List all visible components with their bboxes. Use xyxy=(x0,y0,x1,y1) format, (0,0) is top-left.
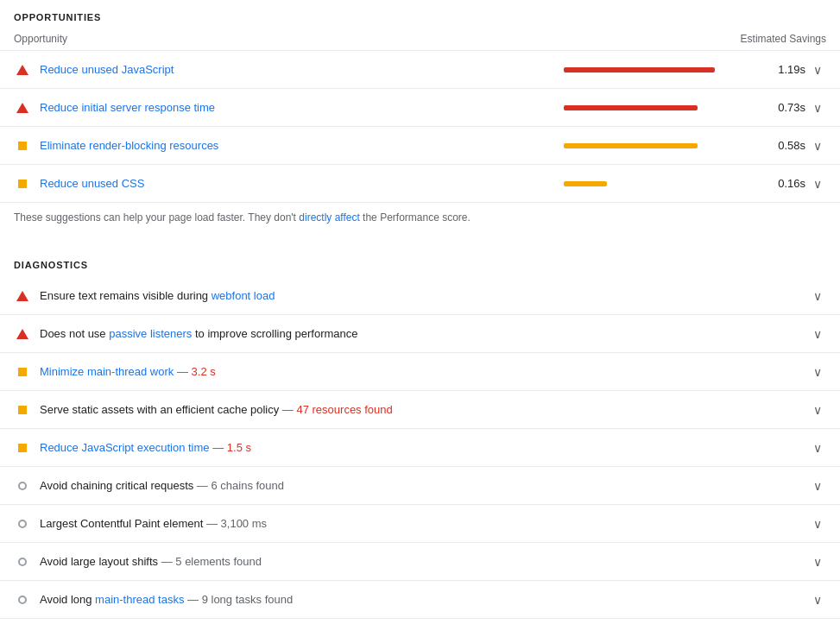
diagnostic-label: Avoid chaining critical requests — 6 cha… xyxy=(40,479,805,492)
diagnostic-label: Ensure text remains visible during webfo… xyxy=(40,289,805,302)
chevron-down-icon[interactable]: ∨ xyxy=(809,289,826,303)
square-orange-icon xyxy=(14,142,31,150)
chevron-down-icon[interactable]: ∨ xyxy=(809,593,826,607)
savings-value: 0.73s xyxy=(754,101,805,114)
opportunity-label: Reduce initial server response time xyxy=(40,101,564,114)
diagnostic-row[interactable]: Serve static assets with an efficient ca… xyxy=(0,391,840,429)
bar-area xyxy=(564,181,747,186)
diagnostic-label: Minimize main-thread work — 3.2 s xyxy=(40,365,805,378)
opportunities-note: These suggestions can help your page loa… xyxy=(0,203,840,241)
note-link[interactable]: directly affect xyxy=(299,211,359,224)
square-orange-icon xyxy=(14,406,31,414)
bar-wrap xyxy=(564,143,736,148)
diagnostics-label: DIAGNOSTICS xyxy=(0,248,840,277)
diagnostic-row[interactable]: Ensure text remains visible during webfo… xyxy=(0,277,840,315)
triangle-red-icon xyxy=(14,65,31,75)
header-opportunity: Opportunity xyxy=(14,33,67,45)
diagnostic-label: Does not use passive listeners to improv… xyxy=(40,327,805,340)
opportunity-row[interactable]: Eliminate render-blocking resources0.58s… xyxy=(0,127,840,165)
diagnostic-label: Avoid large layout shifts — 5 elements f… xyxy=(40,555,805,568)
chevron-down-icon[interactable]: ∨ xyxy=(809,441,826,455)
bar-area xyxy=(564,105,747,110)
diagnostic-label: Reduce JavaScript execution time — 1.5 s xyxy=(40,441,805,454)
chevron-down-icon[interactable]: ∨ xyxy=(809,555,826,569)
diagnostics-rows: Ensure text remains visible during webfo… xyxy=(0,277,840,619)
chevron-down-icon[interactable]: ∨ xyxy=(809,63,826,77)
opportunity-row[interactable]: Reduce initial server response time0.73s… xyxy=(0,89,840,127)
square-orange-icon xyxy=(14,368,31,376)
chevron-down-icon[interactable]: ∨ xyxy=(809,327,826,341)
diagnostic-label: Avoid long main-thread tasks — 9 long ta… xyxy=(40,593,805,606)
chevron-down-icon[interactable]: ∨ xyxy=(809,365,826,379)
triangle-red-icon xyxy=(14,329,31,339)
diagnostic-row[interactable]: Avoid chaining critical requests — 6 cha… xyxy=(0,467,840,505)
diagnostic-row[interactable]: Avoid long main-thread tasks — 9 long ta… xyxy=(0,581,840,619)
square-orange-icon xyxy=(14,444,31,452)
chevron-down-icon[interactable]: ∨ xyxy=(809,101,826,115)
savings-value: 0.58s xyxy=(754,139,805,152)
note-text-before: These suggestions can help your page loa… xyxy=(14,211,299,224)
opportunity-label: Eliminate render-blocking resources xyxy=(40,139,564,152)
circle-gray-icon xyxy=(14,558,31,566)
circle-gray-icon xyxy=(14,482,31,490)
bar-area xyxy=(564,67,747,72)
diagnostic-label: Serve static assets with an efficient ca… xyxy=(40,403,805,416)
triangle-red-icon xyxy=(14,103,31,113)
bar-wrap xyxy=(564,67,736,72)
savings-value: 0.16s xyxy=(754,177,805,190)
diagnostic-row[interactable]: Avoid large layout shifts — 5 elements f… xyxy=(0,543,840,581)
chevron-down-icon[interactable]: ∨ xyxy=(809,479,826,493)
opportunities-label: OPPORTUNITIES xyxy=(0,0,840,29)
opportunities-table-header: Opportunity Estimated Savings xyxy=(0,29,840,51)
chevron-down-icon[interactable]: ∨ xyxy=(809,517,826,531)
savings-bar xyxy=(564,105,698,110)
opportunities-section: OPPORTUNITIES Opportunity Estimated Savi… xyxy=(0,0,840,241)
bar-wrap xyxy=(564,181,736,186)
opportunities-rows: Reduce unused JavaScript1.19s∨Reduce ini… xyxy=(0,51,840,203)
chevron-down-icon[interactable]: ∨ xyxy=(809,139,826,153)
diagnostic-row[interactable]: Does not use passive listeners to improv… xyxy=(0,315,840,353)
savings-bar xyxy=(564,67,715,72)
opportunity-row[interactable]: Reduce unused JavaScript1.19s∨ xyxy=(0,51,840,89)
circle-gray-icon xyxy=(14,596,31,604)
circle-gray-icon xyxy=(14,520,31,528)
diagnostic-row[interactable]: Largest Contentful Paint element — 3,100… xyxy=(0,505,840,543)
chevron-down-icon[interactable]: ∨ xyxy=(809,177,826,191)
header-savings: Estimated Savings xyxy=(741,33,826,45)
savings-bar xyxy=(564,143,698,148)
diagnostics-section: DIAGNOSTICS Ensure text remains visible … xyxy=(0,248,840,619)
opportunity-row[interactable]: Reduce unused CSS0.16s∨ xyxy=(0,165,840,203)
note-text-after: the Performance score. xyxy=(360,211,471,224)
triangle-red-icon xyxy=(14,291,31,301)
savings-bar xyxy=(564,181,607,186)
bar-wrap xyxy=(564,105,736,110)
square-orange-icon xyxy=(14,180,31,188)
diagnostic-label: Largest Contentful Paint element — 3,100… xyxy=(40,517,805,530)
chevron-down-icon[interactable]: ∨ xyxy=(809,403,826,417)
opportunity-label: Reduce unused CSS xyxy=(40,177,564,190)
diagnostic-row[interactable]: Reduce JavaScript execution time — 1.5 s… xyxy=(0,429,840,467)
opportunity-label: Reduce unused JavaScript xyxy=(40,63,564,76)
savings-value: 1.19s xyxy=(754,63,805,76)
diagnostic-row[interactable]: Minimize main-thread work — 3.2 s∨ xyxy=(0,353,840,391)
bar-area xyxy=(564,143,747,148)
